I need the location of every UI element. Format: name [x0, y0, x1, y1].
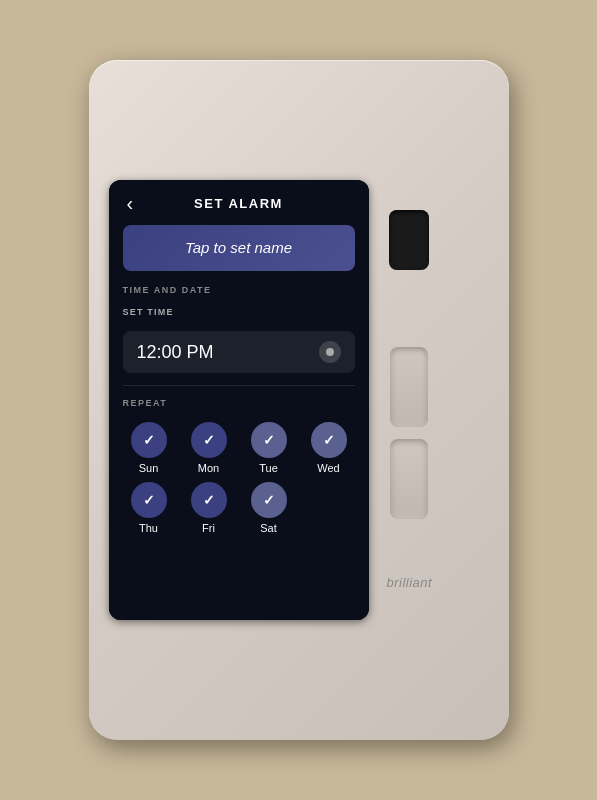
screen-title: SET ALARM — [194, 196, 283, 211]
thu-label: Thu — [139, 522, 158, 534]
set-time-label: SET TIME — [123, 307, 355, 317]
divider — [123, 385, 355, 386]
screen: ‹ SET ALARM Tap to set name TIME AND DAT… — [109, 180, 369, 620]
header: ‹ SET ALARM — [123, 196, 355, 211]
wall-plate: ‹ SET ALARM Tap to set name TIME AND DAT… — [89, 60, 509, 740]
time-toggle[interactable] — [319, 341, 341, 363]
sun-check: ✓ — [143, 432, 155, 448]
day-fri[interactable]: ✓ Fri — [183, 482, 235, 534]
repeat-label: REPEAT — [123, 398, 355, 408]
day-tue-circle: ✓ — [251, 422, 287, 458]
screen-container: ‹ SET ALARM Tap to set name TIME AND DAT… — [109, 180, 369, 620]
rocker-slot-1[interactable] — [390, 347, 428, 427]
mon-label: Mon — [198, 462, 219, 474]
brilliant-branding: brilliant — [387, 575, 433, 590]
time-value: 12:00 PM — [137, 342, 214, 363]
back-button[interactable]: ‹ — [123, 188, 138, 219]
time-date-label: TIME AND DATE — [123, 285, 355, 295]
sat-check: ✓ — [263, 492, 275, 508]
camera-slot — [389, 210, 429, 270]
fri-check: ✓ — [203, 492, 215, 508]
tue-label: Tue — [259, 462, 278, 474]
day-mon-circle: ✓ — [191, 422, 227, 458]
right-panel: brilliant — [377, 180, 443, 620]
sun-label: Sun — [139, 462, 159, 474]
time-picker[interactable]: 12:00 PM — [123, 331, 355, 373]
days-grid: ✓ Sun ✓ Mon ✓ Tue — [123, 422, 355, 534]
sat-label: Sat — [260, 522, 277, 534]
wed-check: ✓ — [323, 432, 335, 448]
day-sat-circle: ✓ — [251, 482, 287, 518]
tue-check: ✓ — [263, 432, 275, 448]
day-tue[interactable]: ✓ Tue — [243, 422, 295, 474]
day-wed[interactable]: ✓ Wed — [303, 422, 355, 474]
day-sun[interactable]: ✓ Sun — [123, 422, 175, 474]
day-thu-circle: ✓ — [131, 482, 167, 518]
wed-label: Wed — [317, 462, 339, 474]
name-button[interactable]: Tap to set name — [123, 225, 355, 271]
mon-check: ✓ — [203, 432, 215, 448]
rocker-slot-2[interactable] — [390, 439, 428, 519]
day-fri-circle: ✓ — [191, 482, 227, 518]
day-sun-circle: ✓ — [131, 422, 167, 458]
thu-check: ✓ — [143, 492, 155, 508]
day-mon[interactable]: ✓ Mon — [183, 422, 235, 474]
fri-label: Fri — [202, 522, 215, 534]
name-button-label: Tap to set name — [185, 239, 292, 256]
day-thu[interactable]: ✓ Thu — [123, 482, 175, 534]
day-wed-circle: ✓ — [311, 422, 347, 458]
slots-container — [390, 290, 428, 575]
day-sat[interactable]: ✓ Sat — [243, 482, 295, 534]
